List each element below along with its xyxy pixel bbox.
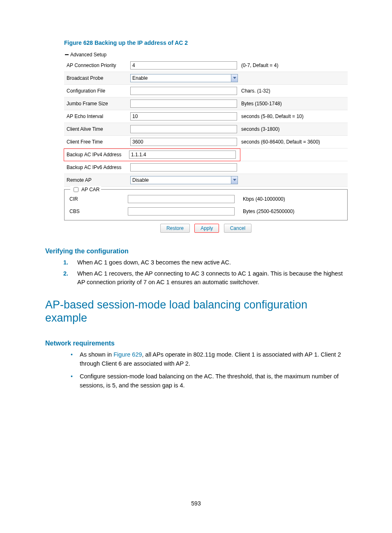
advanced-setup-header[interactable]: Advanced Setup	[64, 52, 348, 58]
restore-button[interactable]: Restore	[160, 224, 190, 233]
row-cbs: CBS Bytes (2500-62500000)	[69, 205, 342, 218]
button-row: Restore Apply Cancel	[64, 224, 348, 233]
advanced-setup-form: Advanced Setup AP Connection Priority (0…	[64, 52, 348, 233]
label-cbs: CBS	[69, 209, 128, 214]
row-backup-ac-ipv6: Backup AC IPv6 Address	[64, 161, 348, 174]
cancel-button[interactable]: Cancel	[224, 224, 251, 233]
label-remote-ap: Remote AP	[64, 177, 130, 183]
select-remote-ap[interactable]: Disable	[130, 176, 238, 184]
ap-car-legend: AP CAR	[81, 187, 99, 192]
advanced-setup-label: Advanced Setup	[70, 52, 106, 58]
hint-ap-connection-priority: (0-7, Default = 4)	[240, 63, 348, 68]
label-backup-ac-ipv6: Backup AC IPv6 Address	[64, 165, 130, 170]
checkbox-ap-car[interactable]	[74, 187, 78, 192]
heading-ap-based: AP-based session-mode load balancing con…	[45, 298, 347, 325]
hint-ap-echo-interval: seconds (5-80, Default = 10)	[240, 114, 348, 119]
chevron-down-icon	[231, 74, 238, 82]
hint-cir: Kbps (40-1000000)	[242, 196, 342, 202]
label-broadcast-probe: Broadcast Probe	[64, 75, 130, 81]
input-ap-echo-interval[interactable]	[130, 112, 237, 121]
chevron-down-icon	[231, 176, 238, 184]
input-ap-connection-priority[interactable]	[130, 61, 237, 70]
label-ap-echo-interval: AP Echo Interval	[64, 114, 130, 119]
input-cbs[interactable]	[128, 207, 235, 216]
row-client-alive-time: Client Alive Time seconds (3-1800)	[64, 123, 348, 136]
label-client-free-time: Client Free Time	[64, 139, 130, 145]
list-item: When AC 1 goes down, AC 3 becomes the ne…	[70, 258, 347, 267]
hint-client-alive-time: seconds (3-1800)	[240, 126, 348, 132]
label-client-alive-time: Client Alive Time	[64, 126, 130, 132]
select-broadcast-probe[interactable]: Enable	[130, 74, 238, 82]
ap-car-group: AP CAR CIR Kbps (40-1000000) CBS Bytes (…	[64, 189, 348, 220]
select-remote-ap-value: Disable	[132, 177, 149, 183]
page-number: 593	[0, 500, 392, 507]
row-jumbo-frame-size: Jumbo Frame Size Bytes (1500-1748)	[64, 97, 348, 110]
label-jumbo-frame-size: Jumbo Frame Size	[64, 101, 130, 107]
hint-jumbo-frame-size: Bytes (1500-1748)	[240, 101, 348, 107]
row-ap-echo-interval: AP Echo Interval seconds (5-80, Default …	[64, 110, 348, 123]
row-ap-connection-priority: AP Connection Priority (0-7, Default = 4…	[64, 59, 348, 72]
label-ap-connection-priority: AP Connection Priority	[64, 63, 130, 68]
row-backup-ac-ipv4: Backup AC IPv4 Address	[64, 148, 348, 161]
highlight-box: Backup AC IPv4 Address	[64, 148, 240, 161]
row-remote-ap: Remote AP Disable	[64, 174, 348, 187]
row-configuration-file: Configuration File Chars. (1-32)	[64, 85, 348, 97]
heading-network-requirements: Network requirements	[45, 340, 347, 347]
input-backup-ac-ipv6[interactable]	[130, 163, 237, 171]
list-item: As shown in Figure 629, all APs operate …	[80, 350, 347, 368]
row-broadcast-probe: Broadcast Probe Enable	[64, 72, 348, 85]
heading-verifying: Verifying the configuration	[45, 248, 347, 255]
select-broadcast-probe-value: Enable	[132, 75, 148, 81]
input-jumbo-frame-size[interactable]	[130, 100, 237, 108]
label-configuration-file: Configuration File	[64, 88, 130, 94]
input-cir[interactable]	[128, 195, 235, 203]
verify-list: When AC 1 goes down, AC 3 becomes the ne…	[45, 258, 347, 287]
label-cir: CIR	[69, 196, 128, 202]
text: As shown in	[80, 351, 113, 358]
figure-caption: Figure 628 Backing up the IP address of …	[64, 39, 347, 46]
netreq-list: As shown in Figure 629, all APs operate …	[45, 350, 347, 390]
collapse-icon	[65, 54, 69, 55]
hint-client-free-time: seconds (60-86400, Default = 3600)	[240, 139, 348, 145]
figure-link[interactable]: Figure 629	[113, 351, 142, 358]
list-item: Configure session-mode load balancing on…	[80, 372, 347, 390]
input-client-alive-time[interactable]	[130, 125, 237, 133]
row-cir: CIR Kbps (40-1000000)	[69, 193, 342, 205]
label-backup-ac-ipv4: Backup AC IPv4 Address	[64, 152, 129, 158]
row-client-free-time: Client Free Time seconds (60-86400, Defa…	[64, 136, 348, 148]
input-client-free-time[interactable]	[130, 138, 237, 146]
apply-button[interactable]: Apply	[194, 224, 219, 233]
list-item: When AC 1 recovers, the AP connecting to…	[70, 269, 347, 287]
input-backup-ac-ipv4[interactable]	[129, 151, 236, 159]
hint-cbs: Bytes (2500-62500000)	[242, 209, 342, 214]
input-configuration-file[interactable]	[130, 87, 237, 95]
hint-configuration-file: Chars. (1-32)	[240, 88, 348, 94]
